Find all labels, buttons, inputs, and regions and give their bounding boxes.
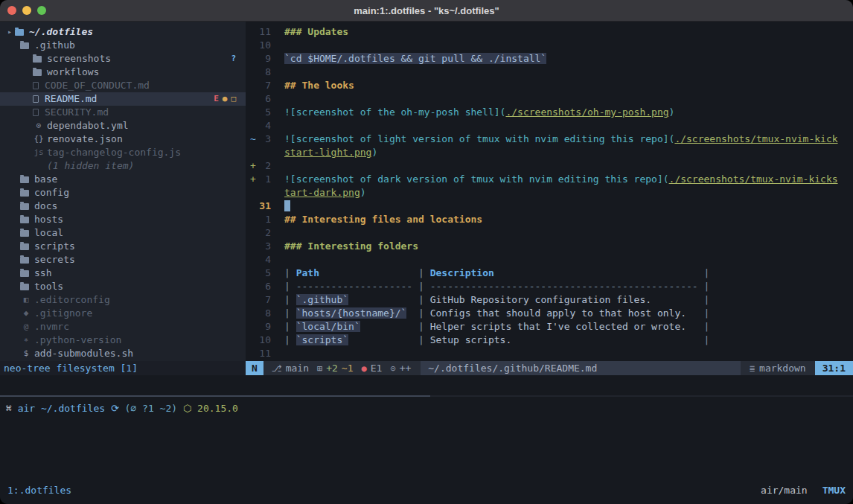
sync-icon: ⟳ (105, 403, 119, 414)
editor-line[interactable]: 10| `scripts` | Setup scripts. | (249, 334, 853, 347)
git-untracked-badge: ? (231, 52, 236, 66)
shell-input-line[interactable]: → (6, 415, 853, 429)
table-header: Description (430, 267, 494, 278)
tree-item-dotfiles[interactable]: ▸~/.dotfiles (0, 25, 246, 39)
file-type-icon: $ (20, 347, 32, 360)
editor-line[interactable]: 31 (249, 200, 853, 213)
inline-code: `local/bin` (296, 321, 360, 332)
tree-item-tag-changelog-config-js[interactable]: jstag-changelog-config.js (0, 146, 246, 159)
tree-item-scripts[interactable]: scripts (0, 240, 246, 253)
editor-line[interactable]: 9| `local/bin` | Helper scripts that I'v… (249, 320, 853, 334)
gitsign-column (249, 79, 259, 92)
editor-line[interactable]: +1![screenshot of dark version of tmux w… (249, 173, 853, 186)
diff-added: +2 (326, 363, 338, 374)
editor-line[interactable]: 5| Path | Description | (249, 267, 853, 280)
table-punctuation: | (704, 334, 710, 345)
line-number: 2 (259, 226, 271, 240)
expander-icon[interactable]: ▸ (7, 25, 15, 39)
editor-line[interactable]: 5![screenshot of the oh-my-posh shell](.… (249, 106, 853, 119)
line-text: ### Updates (284, 25, 348, 39)
host-name: air (12, 403, 35, 414)
cursor-block (284, 200, 290, 211)
editor-line[interactable]: 1## Interesting files and locations (249, 213, 853, 226)
editor-line[interactable]: 3### Interesting folders (249, 240, 853, 253)
tree-item-security-md[interactable]: SECURITY.md (0, 106, 246, 119)
table-punctuation: | (418, 294, 430, 305)
tree-item-renovate-json[interactable]: {}renovate.json (0, 133, 246, 146)
tree-item-dependabot-yml[interactable]: ⊙dependabot.yml (0, 119, 246, 133)
tree-item-ssh[interactable]: ssh (0, 267, 246, 280)
body-text: Setup scripts. (430, 334, 704, 345)
table-punctuation: | (284, 321, 296, 332)
shell-pane[interactable]: ⌘ air ~/.dotfiles ⟳ (⌀ ?1 ~2) ⬡ 20.15.0 … (0, 397, 853, 429)
editor-line[interactable]: 11 (249, 347, 853, 360)
line-number: 9 (259, 52, 271, 66)
tree-item-label: add-submodules.sh (34, 347, 133, 360)
gitsign-column (249, 200, 259, 213)
editor-line[interactable]: 9`cd $HOME/.dotfiles && git pull && ./in… (249, 52, 853, 66)
editor-line[interactable]: 7## The looks (249, 79, 853, 92)
line-text: tart-dark.png) (284, 186, 366, 200)
editor-line[interactable]: 4 (249, 119, 853, 133)
tree-item-readme-md[interactable]: README.mdE●□ (0, 92, 246, 106)
inline-code: `hosts/{hostname}/` (296, 307, 407, 319)
gitsign-column (249, 186, 259, 200)
titlebar[interactable]: main:1:.dotfiles - "ks~/.dotfiles" (0, 0, 853, 22)
tmux-pane-border[interactable] (0, 395, 853, 397)
tree-item-secrets[interactable]: secrets (0, 253, 246, 267)
editor-line[interactable]: 6| -------------------- | --------------… (249, 280, 853, 293)
tree-item-code-of-conduct-md[interactable]: CODE_OF_CONDUCT.md (0, 79, 246, 92)
editor-line[interactable]: 7| `.github` | GitHub Repository configu… (249, 293, 853, 307)
zoom-button[interactable] (37, 6, 46, 15)
folder-icon (33, 69, 42, 76)
tmux-window-tab[interactable]: 1:.dotfiles (7, 485, 71, 496)
tree-item-base[interactable]: base (0, 173, 246, 186)
tree-item-add-submodules-sh[interactable]: $add-submodules.sh (0, 347, 246, 360)
inline-code: `cd $HOME/.dotfiles && git pull && ./ins… (284, 53, 546, 64)
tree-item-workflows[interactable]: workflows (0, 66, 246, 79)
editor-line[interactable]: 10 (249, 39, 853, 52)
shell-empty-area[interactable] (0, 429, 853, 482)
editor-line[interactable]: 8 (249, 66, 853, 79)
tree-item-hosts[interactable]: hosts (0, 213, 246, 226)
editor-line[interactable]: start-light.png) (249, 146, 853, 159)
status-row: neo-tree filesystem [1] N ⎇main ⊞+2~1 ●E… (0, 361, 853, 375)
tree-item-screenshots[interactable]: screenshots? (0, 52, 246, 66)
minimize-button[interactable] (22, 6, 31, 15)
close-button[interactable] (7, 6, 16, 15)
markdown-link-text: ) (669, 106, 675, 118)
editor-line[interactable]: +2 (249, 159, 853, 173)
statusline-filepath[interactable]: ~/.dotfiles/.github/README.md (421, 361, 741, 375)
line-number: 7 (259, 293, 271, 307)
line-text: ### Interesting folders (284, 240, 418, 253)
neotree-sidebar[interactable]: ▸~/.dotfiles.githubscreenshots?workflows… (0, 22, 246, 361)
line-text (284, 200, 290, 213)
tree-item-docs[interactable]: docs (0, 200, 246, 213)
tree-item-gitignore[interactable]: ◆.gitignore (0, 307, 246, 320)
gitsign-column (249, 52, 259, 66)
editor-line[interactable]: ~3![screenshot of light version of tmux … (249, 133, 853, 146)
window-title: main:1:.dotfiles - "ks~/.dotfiles" (0, 5, 853, 16)
editor-line[interactable]: 2 (249, 226, 853, 240)
tree-item-1-hidden-item[interactable]: (1 hidden item) (0, 159, 246, 173)
folder-icon (20, 257, 29, 264)
markdown-link-url: ./screenshots/tmux-nvim-kicks (669, 173, 838, 185)
tree-item-python-version[interactable]: ∗.python-version (0, 334, 246, 347)
body-text (360, 321, 418, 332)
tree-item-tools[interactable]: tools (0, 280, 246, 293)
body-text (348, 294, 418, 305)
tree-item-nvmrc[interactable]: @.nvmrc (0, 320, 246, 334)
tree-item-config[interactable]: config (0, 186, 246, 200)
tree-item-github[interactable]: .github (0, 39, 246, 52)
editor-line[interactable]: 6 (249, 92, 853, 106)
editor-line[interactable]: 8| `hosts/{hostname}/` | Configs that sh… (249, 307, 853, 320)
tree-item-local[interactable]: local (0, 226, 246, 240)
editor-line[interactable]: tart-dark.png) (249, 186, 853, 200)
tree-item-editorconfig[interactable]: ◧.editorconfig (0, 293, 246, 307)
markdown-link-url: start-light.png (284, 147, 371, 158)
git-branch-icon: ⎇ (272, 363, 282, 374)
editor-line[interactable]: 4 (249, 253, 853, 267)
editor-line[interactable]: 11### Updates (249, 25, 853, 39)
file-type-icon: ◧ (20, 293, 32, 307)
editor-pane[interactable]: 11### Updates 10 9`cd $HOME/.dotfiles &&… (246, 22, 853, 361)
